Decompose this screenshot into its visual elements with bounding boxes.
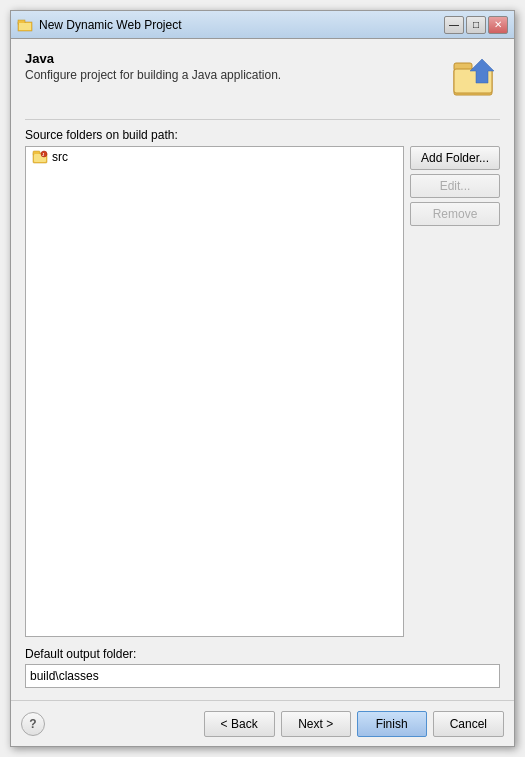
header-section: Java Configure project for building a Ja…: [25, 51, 500, 101]
output-folder-input[interactable]: [25, 664, 500, 688]
main-window: New Dynamic Web Project — □ ✕ Java Confi…: [10, 10, 515, 747]
list-item[interactable]: J src: [26, 147, 403, 167]
title-bar-icon: [17, 17, 33, 33]
source-folders-label: Source folders on build path:: [25, 128, 500, 142]
remove-button[interactable]: Remove: [410, 202, 500, 226]
bottom-bar: ? < Back Next > Finish Cancel: [11, 700, 514, 746]
next-button[interactable]: Next >: [281, 711, 351, 737]
source-folders-list[interactable]: J src: [25, 146, 404, 637]
title-bar-controls: — □ ✕: [444, 16, 508, 34]
back-button[interactable]: < Back: [204, 711, 275, 737]
add-folder-button[interactable]: Add Folder...: [410, 146, 500, 170]
output-section: Default output folder:: [25, 647, 500, 688]
maximize-button[interactable]: □: [466, 16, 486, 34]
close-button[interactable]: ✕: [488, 16, 508, 34]
section-title: Java: [25, 51, 281, 66]
folder-svg-icon: [450, 51, 500, 101]
source-folder-icon: J: [32, 149, 48, 165]
header-icon: [450, 51, 500, 101]
svg-rect-2: [19, 23, 31, 30]
help-button[interactable]: ?: [21, 712, 45, 736]
edit-button[interactable]: Edit...: [410, 174, 500, 198]
dialog-content: Java Configure project for building a Ja…: [11, 39, 514, 700]
main-area: J src Add Folder... Edit... Remove: [25, 146, 500, 637]
bottom-buttons: < Back Next > Finish Cancel: [204, 711, 504, 737]
side-buttons: Add Folder... Edit... Remove: [410, 146, 500, 637]
title-bar: New Dynamic Web Project — □ ✕: [11, 11, 514, 39]
output-folder-label: Default output folder:: [25, 647, 500, 661]
list-item-label: src: [52, 150, 68, 164]
finish-button[interactable]: Finish: [357, 711, 427, 737]
cancel-button[interactable]: Cancel: [433, 711, 504, 737]
minimize-button[interactable]: —: [444, 16, 464, 34]
title-bar-title: New Dynamic Web Project: [39, 18, 444, 32]
svg-text:J: J: [42, 152, 44, 157]
header-separator: [25, 119, 500, 120]
section-description: Configure project for building a Java ap…: [25, 68, 281, 82]
header-text: Java Configure project for building a Ja…: [25, 51, 281, 82]
